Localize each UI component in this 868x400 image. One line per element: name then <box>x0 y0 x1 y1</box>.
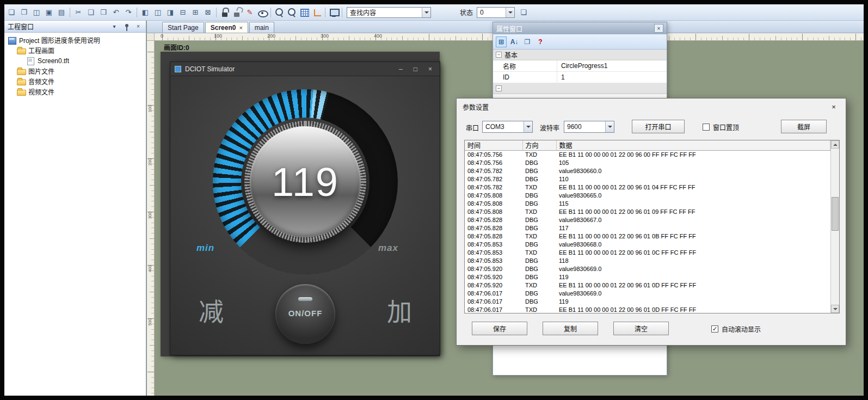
log-scrollbar[interactable] <box>830 140 839 313</box>
close-icon[interactable]: × <box>822 99 846 115</box>
same-width-icon[interactable]: ⊟ <box>177 7 189 19</box>
log-row[interactable]: 08:47:05.782TXDEE B1 11 00 00 00 01 22 0… <box>465 183 830 191</box>
log-row[interactable]: 08:47:05.808DBGvalue9830665.0 <box>465 191 830 199</box>
tree-item[interactable]: 工程画面 <box>4 45 146 56</box>
collapse-icon[interactable]: − <box>496 85 502 91</box>
property-value[interactable]: CircleProgress1 <box>557 62 667 70</box>
align-left-icon[interactable]: ◧ <box>139 7 151 19</box>
align-right-icon[interactable]: ◨ <box>164 7 176 19</box>
scroll-down-icon[interactable] <box>831 305 839 313</box>
log-row[interactable]: 08:47:05.808TXDEE B1 11 00 00 00 01 22 0… <box>465 207 830 216</box>
log-row[interactable]: 08:47:05.782DBG110 <box>465 175 830 183</box>
log-row[interactable]: 08:47:05.920DBG119 <box>465 273 830 281</box>
screenshot-button[interactable]: 截屏 <box>781 120 827 133</box>
serial-port-combo[interactable]: COM3 <box>482 121 533 133</box>
minimize-icon[interactable]: – <box>399 65 403 73</box>
dropdown-arrow-icon[interactable] <box>506 8 514 17</box>
dropdown-arrow-icon[interactable] <box>605 121 614 132</box>
baud-rate-combo[interactable]: 9600 <box>564 121 614 133</box>
save-button[interactable]: 保存 <box>472 322 527 335</box>
zoom-in-icon[interactable] <box>273 7 285 19</box>
page-icon[interactable]: ❏ <box>518 7 530 19</box>
log-row[interactable]: 08:47:05.920TXDEE B1 11 00 00 00 01 22 0… <box>465 281 830 289</box>
log-row[interactable]: 08:47:05.853DBGvalue9830668.0 <box>465 240 830 248</box>
unlock-icon[interactable] <box>231 7 243 19</box>
tree-item[interactable]: Project 圆形进度条使用说明 <box>4 35 146 45</box>
simulator-icon[interactable] <box>328 7 340 19</box>
tab-main[interactable]: main <box>249 22 274 33</box>
log-row[interactable]: 08:47:05.782DBGvalue9830660.0 <box>465 167 830 175</box>
col-direction[interactable]: 方向 <box>522 140 556 150</box>
tab-start-page[interactable]: Start Page <box>162 22 204 33</box>
project-panel-header[interactable]: 工程窗口 ▾ × <box>4 21 146 33</box>
log-row[interactable]: 08:47:06.017DBGvalue9830669.0 <box>465 289 830 297</box>
properties-title-bar[interactable]: 属性窗口 × <box>493 22 667 34</box>
log-row[interactable]: 08:47:05.853DBG118 <box>465 256 830 264</box>
lock-icon[interactable] <box>219 7 231 19</box>
tree-item[interactable]: 视频文件 <box>4 87 146 97</box>
status-combo[interactable]: 0 <box>477 7 515 18</box>
on-off-button[interactable]: ON/OFF <box>275 284 335 344</box>
paste-icon[interactable]: ❒ <box>97 7 109 19</box>
tree-item[interactable]: 图片文件 <box>4 66 146 76</box>
property-page-icon[interactable]: ❐ <box>522 36 533 47</box>
log-row[interactable]: 08:47:05.853TXDEE B1 11 00 00 00 01 22 0… <box>465 248 830 256</box>
cut-icon[interactable]: ✂ <box>72 7 84 19</box>
log-row[interactable]: 08:47:05.756DBG105 <box>465 158 830 167</box>
checkbox-box[interactable] <box>703 124 710 131</box>
section-header-partial[interactable]: − <box>493 83 667 94</box>
property-value[interactable]: 1 <box>557 73 667 81</box>
find-content-combo[interactable]: 查找内容 <box>347 7 431 18</box>
dropdown-arrow-icon[interactable] <box>524 121 532 132</box>
dropdown-arrow-icon[interactable] <box>422 8 430 17</box>
help-icon[interactable]: ? <box>535 36 546 47</box>
new-file-icon[interactable]: ❏ <box>5 7 17 19</box>
tree-item[interactable]: 音频文件 <box>4 76 146 87</box>
collapse-icon[interactable]: − <box>496 52 502 58</box>
log-row[interactable]: 08:47:05.920DBGvalue9830669.0 <box>465 264 830 273</box>
brush-icon[interactable]: ✎ <box>244 7 256 19</box>
decrease-label[interactable]: 减 <box>199 292 224 328</box>
same-size-icon[interactable]: ⊠ <box>202 7 214 19</box>
redo-icon[interactable]: ↷ <box>122 7 134 19</box>
open-project-icon[interactable]: ❐ <box>18 7 30 19</box>
log-row[interactable]: 08:47:05.828TXDEE B1 11 00 00 00 01 22 0… <box>465 232 830 240</box>
save-icon[interactable]: ◫ <box>30 7 42 19</box>
log-row[interactable]: 08:47:05.828DBG117 <box>465 224 830 232</box>
log-row[interactable]: 08:47:06.017DBG119 <box>465 297 830 305</box>
col-data[interactable]: 数据 <box>556 140 830 150</box>
close-icon[interactable]: × <box>654 24 663 33</box>
knob-face[interactable]: 119 <box>250 126 361 237</box>
log-row[interactable]: 08:47:06.017TXDEE B1 11 00 00 00 01 22 0… <box>465 305 830 313</box>
print-icon[interactable]: ▤ <box>56 7 67 19</box>
sort-az-icon[interactable]: A↓ <box>509 36 520 47</box>
copy-button[interactable]: 复制 <box>543 322 598 335</box>
log-row[interactable]: 08:47:05.808DBG115 <box>465 199 830 207</box>
log-row[interactable]: 08:47:05.756TXDEE B1 11 00 00 00 01 22 0… <box>465 150 830 158</box>
tree-item[interactable]: Screen0.tft <box>4 56 146 66</box>
col-time[interactable]: 时间 <box>465 140 522 150</box>
log-row[interactable]: 08:47:05.828DBGvalue9830667.0 <box>465 216 830 224</box>
autoscroll-checkbox[interactable]: ✓ 自动滚动显示 <box>711 324 761 334</box>
chevron-down-icon[interactable]: ▾ <box>110 22 119 31</box>
checkbox-check-icon[interactable]: ✓ <box>711 325 718 333</box>
categorized-icon[interactable]: ⊞ <box>496 36 507 47</box>
increase-label[interactable]: 加 <box>387 292 412 328</box>
open-serial-button[interactable]: 打开串口 <box>632 120 685 133</box>
section-header-basic[interactable]: − 基本 <box>493 50 667 60</box>
window-topmost-checkbox[interactable]: 窗口置顶 <box>703 122 739 132</box>
pin-icon[interactable] <box>122 22 131 31</box>
clear-button[interactable]: 清空 <box>613 322 669 335</box>
close-icon[interactable]: × <box>428 65 432 73</box>
copy-icon[interactable]: ❑ <box>85 7 97 19</box>
zoom-out-icon[interactable] <box>286 7 298 19</box>
save-all-icon[interactable]: ▣ <box>43 7 55 19</box>
scroll-up-icon[interactable] <box>831 140 839 149</box>
align-center-icon[interactable]: ◫ <box>152 7 164 19</box>
dialog-title-bar[interactable]: 参数设置 × <box>457 99 846 115</box>
preview-eye-icon[interactable] <box>256 7 268 19</box>
tab-screen0[interactable]: Screen0× <box>205 22 248 33</box>
scrollbar-thumb[interactable] <box>832 197 839 231</box>
simulator-title-bar[interactable]: DCIOT Simulator – □ × <box>170 62 440 76</box>
tab-close-icon[interactable]: × <box>239 24 242 31</box>
